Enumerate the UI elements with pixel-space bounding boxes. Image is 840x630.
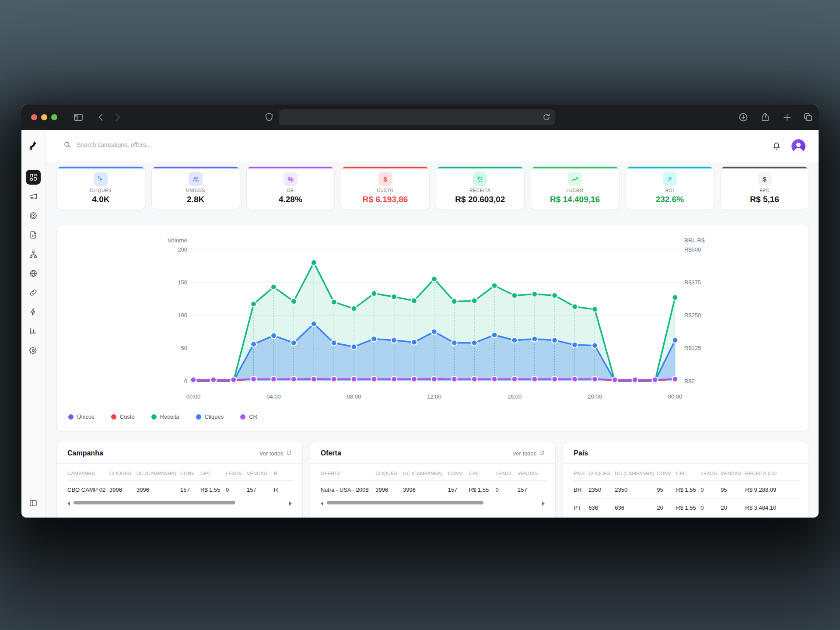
column-header[interactable]: CLIQUES <box>375 464 403 481</box>
minimize-window-button[interactable] <box>41 114 47 120</box>
sidebar-item-offers[interactable] <box>26 208 41 223</box>
column-header[interactable]: PAÍS <box>574 464 588 481</box>
dollar-icon: $ <box>758 172 772 186</box>
sidebar-item-dashboard[interactable] <box>26 170 41 185</box>
table-card-oferta: OfertaVer todosOFERTACLIQUESUC (CAMPANHA… <box>310 442 556 518</box>
new-tab-icon[interactable] <box>782 112 792 122</box>
table-cell: 157 <box>448 481 469 499</box>
column-header[interactable]: RECEITA (CO <box>745 464 799 481</box>
search-box[interactable] <box>63 140 259 149</box>
click-icon <box>94 172 108 186</box>
kpi-card-5[interactable]: LUCROR$ 14.409,16 <box>531 166 620 210</box>
table-row[interactable]: Nutra - USA - 200$39963996157R$ 1,550157 <box>321 481 546 499</box>
bell-icon[interactable] <box>771 140 782 151</box>
search-input[interactable] <box>76 141 259 149</box>
column-header[interactable]: CONV. <box>448 464 469 481</box>
column-header[interactable]: LEADS <box>496 464 518 481</box>
sidebar-toggle-icon[interactable] <box>73 112 84 122</box>
ver-todos-link[interactable]: Ver todos <box>512 450 545 457</box>
column-header[interactable]: CAMPANHA <box>67 464 109 481</box>
legend-item-CR[interactable]: CR <box>240 413 257 420</box>
column-header[interactable]: CPC <box>200 464 226 481</box>
table-cell: 3996 <box>403 481 448 499</box>
zoom-window-button[interactable] <box>51 114 57 120</box>
scrollbar-thumb[interactable] <box>327 501 483 504</box>
table-row[interactable]: CBO CAMP 0239963996157R$ 1,550157R <box>67 481 293 499</box>
column-header[interactable]: VENDAS <box>721 464 745 481</box>
share-icon[interactable] <box>760 112 770 122</box>
legend-item-Receita[interactable]: Receita <box>151 413 179 420</box>
table-header-row: OFERTACLIQUESUC (CAMPANHA)CONV.CPCLEADSV… <box>321 464 546 481</box>
column-header[interactable]: LEADS <box>226 464 247 481</box>
back-icon[interactable] <box>96 112 106 122</box>
table-row[interactable]: PT63663620R$ 1,55020R$ 3.484,10 <box>574 499 799 517</box>
legend-item-Cliques[interactable]: Cliques <box>196 413 224 420</box>
kpi-accent-bar <box>721 167 808 168</box>
table-cell: CBO CAMP 02 <box>67 481 109 499</box>
column-header[interactable]: CPC <box>676 464 700 481</box>
column-header[interactable]: LEADS <box>700 464 721 481</box>
svg-text:100: 100 <box>178 312 187 318</box>
scroll-right-icon[interactable] <box>289 501 292 506</box>
scroll-right-icon[interactable] <box>542 501 545 506</box>
table-row[interactable]: BR2350235095R$ 1,55095R$ 9.288,09 <box>574 481 799 499</box>
column-header[interactable]: CONV. <box>180 464 200 481</box>
cart-icon <box>473 172 487 186</box>
svg-text:R$250: R$250 <box>684 312 701 318</box>
horizontal-scrollbar[interactable] <box>321 500 545 507</box>
tab-overview-icon[interactable] <box>803 112 813 122</box>
download-icon[interactable] <box>738 112 749 122</box>
legend-item-Custo[interactable]: Custo <box>111 413 135 420</box>
sidebar-item-settings[interactable] <box>26 343 41 358</box>
sidebar-item-funnels[interactable] <box>26 247 41 262</box>
dollar-icon: $ <box>378 172 392 186</box>
column-header[interactable]: UC (CAMPANHA) <box>136 464 180 481</box>
kpi-card-2[interactable]: %CR4.28% <box>246 166 335 210</box>
table-cell: 95 <box>721 481 745 499</box>
ver-todos-link[interactable]: Ver todos <box>259 450 292 457</box>
scrollbar-thumb[interactable] <box>74 501 235 504</box>
legend-dot <box>240 414 245 420</box>
sidebar-item-automations[interactable] <box>26 304 41 319</box>
main-area: CLIQUES4.0KÚNICOS2.8K%CR4.28%$CUSTOR$ 6.… <box>46 130 819 518</box>
reload-icon[interactable] <box>541 112 552 122</box>
column-header[interactable]: UC (CAMPANHA) <box>403 464 448 481</box>
sidebar-nav <box>21 162 45 518</box>
trend-up-icon <box>568 172 582 186</box>
kpi-value: 2.8K <box>152 195 240 204</box>
scroll-left-icon[interactable] <box>67 501 70 506</box>
kpi-card-0[interactable]: CLIQUES4.0K <box>56 166 145 210</box>
kpi-card-1[interactable]: ÚNICOS2.8K <box>151 166 240 210</box>
sidebar-item-links[interactable] <box>26 285 41 300</box>
sidebar-item-campaigns[interactable] <box>26 189 41 204</box>
column-header[interactable]: VENDAS <box>247 464 274 481</box>
kpi-card-6[interactable]: ROI232.6% <box>626 166 714 210</box>
kpi-card-7[interactable]: $EPCR$ 5,16 <box>720 166 809 210</box>
column-header[interactable]: CLIQUES <box>109 464 136 481</box>
column-header[interactable]: VENDAS <box>518 464 546 481</box>
column-header[interactable]: CPC <box>469 464 496 481</box>
kpi-card-3[interactable]: $CUSTOR$ 6.193,86 <box>341 166 430 210</box>
dog-logo[interactable] <box>28 130 39 162</box>
column-header[interactable]: CLIQUES <box>588 464 615 481</box>
kpi-label: ROI <box>626 188 714 193</box>
scroll-left-icon[interactable] <box>321 501 323 506</box>
column-header[interactable]: UC (CAMPANHA) <box>615 464 657 481</box>
column-header[interactable]: CONV. <box>657 464 676 481</box>
kpi-value: R$ 6.193,86 <box>341 195 429 204</box>
address-bar[interactable] <box>279 109 555 125</box>
horizontal-scrollbar[interactable] <box>67 500 292 507</box>
kpi-card-4[interactable]: RECEITAR$ 20.603,02 <box>436 166 525 210</box>
column-header[interactable]: R <box>274 464 293 481</box>
user-avatar[interactable] <box>791 139 805 153</box>
sidebar-item-domains[interactable] <box>26 266 41 281</box>
sidebar-item-reports[interactable] <box>26 324 41 339</box>
legend-item-Únicos[interactable]: Únicos <box>68 413 94 420</box>
forward-icon[interactable] <box>112 112 123 122</box>
sidebar-item-integrations[interactable] <box>26 228 41 242</box>
close-window-button[interactable] <box>31 114 37 120</box>
svg-text:R$500: R$500 <box>684 246 701 253</box>
column-header[interactable]: OFERTA <box>321 464 376 481</box>
kpi-label: CUSTO <box>341 188 429 193</box>
collapse-sidebar-icon[interactable] <box>26 496 41 511</box>
